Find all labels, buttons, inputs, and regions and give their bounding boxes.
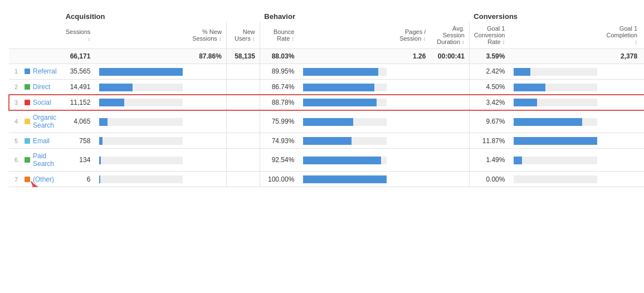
channel-link[interactable]: (Other) (33, 175, 54, 183)
goal1-conv-value: 11.87% (469, 133, 509, 149)
goal1-value-value (642, 79, 644, 95)
table-row: 4Organic Search4,06575.99%9.67% (9, 110, 644, 133)
goal1-bar-container (514, 99, 597, 106)
bounce-bar-container (303, 118, 387, 126)
pages-per-session-value (391, 149, 430, 172)
total-avg-session: 00:00:41 (430, 49, 469, 64)
bounce-bar-cell (299, 64, 391, 80)
pages-session-header[interactable]: Pages / Session ↕ (391, 22, 430, 49)
channel-cell: (Other) (20, 172, 61, 187)
bounce-rate-value: 92.54% (260, 149, 299, 172)
row-number: 7 (9, 172, 20, 187)
channel-cell: Referral (20, 64, 61, 80)
avg-session-header[interactable]: Avg. Session Duration ↕ (430, 22, 469, 49)
bounce-rate-value: 88.78% (260, 95, 299, 110)
sessions-bar-cell (95, 172, 187, 187)
bounce-bar-fill (303, 118, 353, 126)
pages-per-session-value (391, 95, 430, 110)
sort-icon4: ↕ (291, 36, 294, 42)
sessions-value: 4,065 (61, 110, 95, 133)
channel-link[interactable]: Direct (33, 83, 50, 91)
avg-session-value (430, 133, 469, 149)
total-label (20, 49, 61, 64)
channel-cell: Paid Search (20, 149, 61, 172)
channel-link[interactable]: Social (33, 99, 51, 106)
pages-per-session-value (391, 79, 430, 95)
goal1-bar-cell (509, 79, 602, 95)
goal1-bar-container (514, 84, 597, 91)
pct-new-sessions-header[interactable]: % New Sessions ↕ (187, 22, 226, 49)
goal1-completion-value (602, 79, 642, 95)
bounce-bar-container (303, 99, 387, 106)
sessions-bar-cell (95, 149, 187, 172)
goal1-conv-value: 9.67% (469, 110, 509, 133)
total-sessions-bar (95, 49, 187, 64)
sessions-bar-container (99, 157, 183, 164)
behavior-header: Behavior (260, 9, 430, 22)
goal1-value-value (642, 133, 644, 149)
channel-link[interactable]: Email (33, 137, 50, 145)
total-goal1-value: $0.00 (642, 49, 644, 64)
sessions-bar-container (99, 84, 183, 91)
sessions-bar-container (99, 175, 183, 183)
goal1-value-value (642, 95, 644, 110)
bounce-rate-header[interactable]: Bounce Rate ↕ (260, 22, 299, 49)
channel-color-dot (25, 119, 30, 124)
sort-icon5: ↕ (423, 36, 426, 42)
bounce-rate-value: 89.95% (260, 64, 299, 80)
row-number: 2 (9, 79, 20, 95)
goal1-bar-cell (509, 64, 602, 80)
bounce-bar-container (303, 137, 387, 145)
channel-link[interactable]: Referral (33, 67, 57, 75)
new-users-value (226, 95, 260, 110)
goal1-bar-container (514, 157, 597, 164)
table-row: 1Referral35,56589.95%2.42% (9, 64, 644, 80)
channel-link[interactable]: Paid Search (33, 152, 57, 168)
channel-color-dot (25, 69, 30, 74)
goal1-bar-cell (509, 149, 602, 172)
sep1 (226, 9, 260, 22)
goal1-bar-container (514, 68, 597, 76)
total-pct-new: 87.86% (187, 49, 226, 64)
sessions-value: 11,152 (61, 95, 95, 110)
empty-header (9, 9, 61, 22)
goal1-conv-header[interactable]: Goal 1 Conversion Rate ↕ (469, 22, 509, 49)
sort-icon6: ↕ (462, 39, 465, 45)
sessions-bar-cell (95, 133, 187, 149)
goal1-bar-container (514, 137, 597, 145)
table-row: 5Email75874.93%11.87% (9, 133, 644, 149)
total-new-users: 58,135 (226, 49, 260, 64)
pct-new-sessions-value (187, 95, 226, 110)
sessions-header[interactable]: Sessions ↓ (61, 22, 95, 49)
sessions-value: 35,565 (61, 64, 95, 80)
pages-per-session-value (391, 64, 430, 80)
channel-link[interactable]: Organic Search (33, 114, 57, 129)
row-number: 3 (9, 95, 20, 110)
sessions-bar-cell (95, 110, 187, 133)
table-wrapper: Acquisition Behavior Conversions (9, 9, 635, 187)
channel-color-dot (25, 177, 30, 182)
sessions-bar-fill (99, 84, 133, 91)
pages-per-session-value (391, 110, 430, 133)
sessions-bar-cell (95, 95, 187, 110)
new-users-value (226, 110, 260, 133)
bounce-bar-fill (303, 157, 381, 164)
total-bounce-bar (299, 49, 391, 64)
goal1-value-header[interactable]: Goal 1 Value ↕ (642, 22, 644, 49)
pages-per-session-value (391, 133, 430, 149)
bounce-bar-cell (299, 133, 391, 149)
goal1-completion-header[interactable]: Goal 1 Completion ↕ (602, 22, 642, 49)
goal1-completion-value (602, 95, 642, 110)
new-users-header[interactable]: New Users ↕ (226, 22, 260, 49)
goal1-bar-fill (514, 137, 597, 145)
table-row: 7(Other)6100.00%0.00% (9, 172, 644, 187)
avg-session-value (430, 172, 469, 187)
sessions-bar-fill (99, 175, 100, 183)
main-container: Acquisition Behavior Conversions (0, 0, 644, 293)
bounce-bar-cell (299, 149, 391, 172)
bounce-bar-fill (303, 99, 377, 106)
goal1-completion-value (602, 172, 642, 187)
bounce-rate-value: 75.99% (260, 110, 299, 133)
total-row: 66,171 87.86% 58,135 88.03% 1.26 00:00:4… (9, 49, 644, 64)
channel-cell: Organic Search (20, 110, 61, 133)
